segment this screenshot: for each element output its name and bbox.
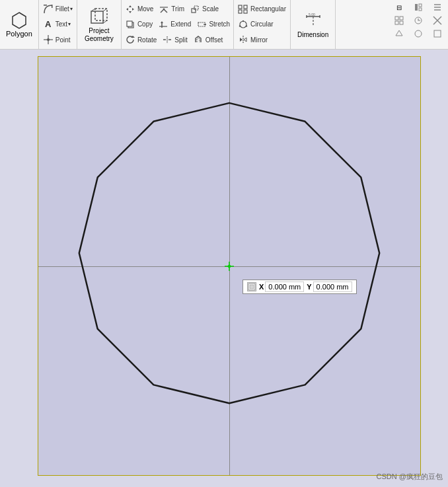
right-btn-3[interactable] [428, 1, 447, 13]
svg-rect-15 [194, 6, 198, 10]
fillet-icon [43, 4, 54, 15]
right-btn-7[interactable] [390, 28, 408, 40]
rectangular-button[interactable]: Rectangular [236, 3, 288, 15]
trim-icon [159, 4, 169, 15]
extend-icon [158, 19, 168, 30]
circular-label: Circular [250, 20, 273, 28]
trim-label: Trim [171, 5, 184, 13]
svg-line-12 [163, 9, 167, 13]
offset-label: Offset [205, 36, 223, 44]
polygon-shape [38, 57, 420, 475]
scale-button[interactable]: Scale [188, 3, 221, 15]
coord-x-value: 0.000 mm [265, 281, 304, 292]
svg-rect-44 [415, 4, 418, 11]
svg-rect-30 [239, 10, 242, 13]
svg-rect-50 [395, 17, 398, 20]
fillet-label: Fillet [56, 5, 69, 13]
mirror-icon [238, 34, 248, 45]
point-icon [43, 34, 54, 45]
right-btn-9[interactable] [428, 28, 447, 40]
right-btn-5[interactable] [409, 15, 428, 26]
svg-rect-2 [52, 5, 53, 8]
right-btn-6[interactable] [428, 15, 447, 26]
toolbar: Polygon Fillet ▾ A Text ▾ [0, 0, 448, 50]
svg-text:5.00: 5.00 [309, 13, 315, 17]
canvas-background: X 0.000 mm Y 0.000 mm [38, 56, 421, 476]
circular-button[interactable]: Circular [236, 19, 288, 30]
coord-x-label: X [259, 283, 264, 291]
extend-label: Extend [170, 20, 191, 28]
drawing-area[interactable]: X 0.000 mm Y 0.000 mm CSDN @疯狂的豆包 [0, 50, 448, 487]
extend-button[interactable]: Extend [156, 19, 193, 30]
split-button[interactable]: Split [160, 34, 189, 46]
watermark: CSDN @疯狂的豆包 [377, 472, 443, 482]
fillet-button[interactable]: Fillet ▾ [41, 3, 75, 15]
svg-rect-53 [400, 21, 403, 24]
polygon-button[interactable]: Polygon [3, 10, 36, 39]
svg-marker-37 [240, 38, 243, 42]
polygon-label: Polygon [6, 30, 32, 38]
offset-button[interactable]: Offset [191, 34, 225, 46]
scale-label: Scale [202, 5, 219, 13]
rectangular-icon [238, 4, 248, 15]
svg-marker-38 [244, 38, 246, 42]
fillet-dropdown-icon[interactable]: ▾ [70, 6, 73, 12]
svg-point-57 [415, 30, 422, 37]
project-geometry-label: ProjectGeometry [85, 27, 114, 43]
scale-icon [190, 4, 200, 15]
text-icon: A [43, 19, 54, 30]
project-geometry-icon [89, 6, 110, 27]
svg-point-35 [239, 25, 241, 26]
dimension-label: Dimension [297, 31, 328, 38]
point-label: Point [56, 36, 71, 44]
circular-icon [238, 19, 248, 30]
project-geometry-button[interactable]: ProjectGeometry [81, 5, 118, 44]
rotate-label: Rotate [137, 36, 157, 44]
svg-marker-62 [79, 103, 379, 403]
rectangular-label: Rectangular [250, 5, 286, 13]
svg-marker-20 [161, 21, 163, 23]
svg-rect-1 [44, 5, 47, 6]
copy-label: Copy [137, 20, 153, 28]
coord-x-field: X 0.000 mm [259, 281, 304, 292]
copy-button[interactable]: Copy [123, 19, 155, 30]
svg-rect-51 [400, 17, 403, 20]
point-button[interactable]: Point [41, 34, 75, 46]
copy-icon [125, 19, 135, 30]
right-btn-8[interactable] [409, 28, 428, 40]
polygon-icon [10, 11, 28, 30]
right-btn-4[interactable] [390, 15, 408, 26]
split-icon [162, 34, 172, 45]
coordinate-display: X 0.000 mm Y 0.000 mm [243, 280, 357, 294]
dimension-button[interactable]: 5.00 Dimension [294, 10, 332, 40]
svg-point-5 [47, 38, 50, 41]
move-icon [125, 4, 135, 15]
text-button[interactable]: A Text ▾ [41, 19, 75, 30]
coord-y-value: 0.000 mm [313, 281, 352, 292]
svg-rect-46 [419, 8, 422, 11]
mirror-label: Mirror [250, 36, 268, 44]
right-btn-2[interactable] [409, 1, 428, 13]
svg-marker-0 [13, 13, 26, 28]
svg-rect-7 [95, 9, 107, 20]
rotate-button[interactable]: Rotate [123, 34, 159, 46]
svg-point-32 [240, 21, 246, 28]
text-dropdown-icon[interactable]: ▾ [68, 21, 71, 27]
move-button[interactable]: Move [123, 3, 155, 15]
svg-rect-58 [434, 30, 441, 37]
svg-rect-14 [192, 9, 196, 13]
coord-y-field: Y 0.000 mm [307, 281, 352, 292]
trim-button[interactable]: Trim [157, 3, 186, 15]
svg-point-33 [243, 20, 244, 22]
coord-y-label: Y [307, 283, 311, 291]
svg-point-34 [246, 25, 247, 26]
text-label: Text [56, 20, 67, 28]
mirror-button[interactable]: Mirror [236, 34, 288, 46]
svg-rect-28 [239, 5, 242, 9]
right-btn-1[interactable]: ⊟ [390, 1, 408, 13]
svg-rect-64 [250, 285, 254, 289]
offset-icon [193, 34, 204, 45]
stretch-button[interactable]: Stretch [194, 19, 232, 30]
stretch-label: Stretch [209, 20, 230, 28]
stretch-icon [196, 19, 207, 30]
